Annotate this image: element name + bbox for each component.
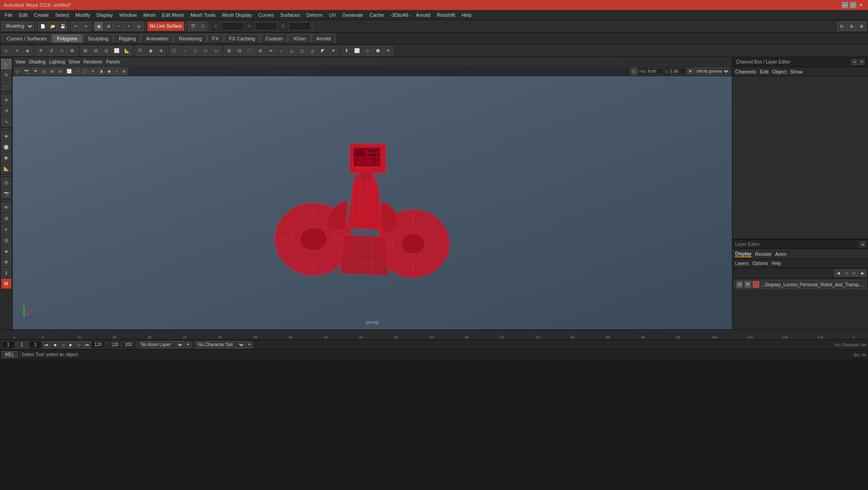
workspace-dropdown[interactable]: Modeling xyxy=(2,22,34,31)
paint-weight-left-btn[interactable]: ⬤ xyxy=(1,142,11,152)
cleanup-btn[interactable]: ✦ xyxy=(328,46,338,56)
move-left-btn[interactable]: ✛ xyxy=(1,95,11,105)
menu-modify[interactable]: Modify xyxy=(73,11,93,19)
extrude-btn[interactable]: ⬆ xyxy=(341,46,351,56)
layout-btn3[interactable]: ⊠ xyxy=(857,22,866,31)
char-set-expand-btn[interactable]: ▼ xyxy=(246,342,253,348)
snap-view-icon-btn[interactable]: ⊟ xyxy=(91,46,101,56)
step-fwd-btn[interactable]: ▷ xyxy=(75,341,83,348)
tab-arnold[interactable]: Arnold xyxy=(312,34,336,43)
layer-last-btn[interactable]: ▶ xyxy=(859,270,866,277)
menu-mesh[interactable]: Mesh xyxy=(141,11,158,19)
coord-z-input[interactable] xyxy=(288,22,311,30)
vp-menu-view[interactable]: View xyxy=(15,59,25,64)
vp-grid-btn[interactable]: ⊟ xyxy=(57,68,64,75)
paint-select-btn[interactable]: ◈ xyxy=(23,46,33,56)
tab-polygons[interactable]: Polygons xyxy=(52,34,82,43)
range-start-input[interactable] xyxy=(29,341,42,348)
anim-layer-expand-btn[interactable]: ▼ xyxy=(185,342,191,348)
measure-icon-btn[interactable]: 📐 xyxy=(122,46,132,56)
vp-smooth-btn[interactable]: ○ xyxy=(74,68,80,75)
boolean-btn[interactable]: ⊕ xyxy=(255,46,265,56)
tab-curves-surfaces[interactable]: Curves / Surfaces xyxy=(2,34,51,43)
menu-edit[interactable]: Edit xyxy=(16,11,30,19)
layer-prev-btn[interactable]: ◁ xyxy=(843,270,850,277)
vp-dof-btn[interactable]: ⊕ xyxy=(121,68,128,75)
snap-grid-icon-btn[interactable]: ⊞ xyxy=(80,46,90,56)
fill-hole-btn[interactable]: ◬ xyxy=(307,46,317,56)
snap-point-btn[interactable]: + xyxy=(124,22,133,31)
vp-menu-show[interactable]: Show xyxy=(68,59,80,64)
menu-3dtoall[interactable]: -3DtoAll- xyxy=(388,11,413,19)
vp-select-btn[interactable]: ▷ xyxy=(15,68,21,75)
no-live-surface-label[interactable]: No Live Surface xyxy=(147,22,184,31)
menu-edit-mesh[interactable]: Edit Mesh xyxy=(159,11,187,19)
vp-menu-shading[interactable]: Shading xyxy=(29,59,46,64)
layout-btn2[interactable]: ⊞ xyxy=(847,22,856,31)
triangulate-btn[interactable]: △ xyxy=(287,46,297,56)
vp-lighting-btn[interactable]: ☀ xyxy=(89,68,97,75)
layer-next-btn[interactable]: ▷ xyxy=(851,270,858,277)
ltab-display[interactable]: Display xyxy=(735,251,751,257)
combine-btn[interactable]: ⊞ xyxy=(224,46,234,56)
select-mode-btn[interactable]: ▣ xyxy=(94,22,103,31)
menu-file[interactable]: File xyxy=(2,11,15,19)
sub-tab-layers[interactable]: Layers xyxy=(735,261,749,266)
tab-sculpting[interactable]: Sculpting xyxy=(83,34,113,43)
exposure-input[interactable] xyxy=(648,68,664,74)
menu-cache[interactable]: Cache xyxy=(367,11,387,19)
layer-panel-resize-btn[interactable]: ◂ xyxy=(860,241,865,247)
menu-redshift[interactable]: Redshift xyxy=(434,11,458,19)
create-cube-btn[interactable]: □ xyxy=(190,46,200,56)
anim-layer-dropdown[interactable]: No Anim Layer xyxy=(139,341,184,348)
tab-rendering[interactable]: Rendering xyxy=(174,34,207,43)
history-icon-btn[interactable]: ⏱ xyxy=(135,46,145,56)
vp-isolate-btn[interactable]: ◎ xyxy=(40,68,48,75)
menu-mesh-tools[interactable]: Mesh Tools xyxy=(188,11,218,19)
menu-surfaces[interactable]: Surfaces xyxy=(278,11,302,19)
snap-grid-btn[interactable]: ⊞ xyxy=(104,22,113,31)
scale-left-btn[interactable]: ⤡ xyxy=(1,117,11,127)
play-back-btn[interactable]: ◁ xyxy=(59,341,66,348)
coord-y-input[interactable] xyxy=(255,22,278,30)
channel-left-btn[interactable]: ⊟ xyxy=(1,235,11,245)
menu-select[interactable]: Select xyxy=(53,11,72,19)
snap-pt-icon-btn[interactable]: ◎ xyxy=(101,46,111,56)
mirror-btn[interactable]: ⇔ xyxy=(266,46,276,56)
menu-mesh-display[interactable]: Mesh Display xyxy=(219,11,254,19)
info-left-btn[interactable]: ℹ xyxy=(1,268,11,278)
measure-left-btn[interactable]: 📐 xyxy=(1,163,11,173)
menu-generate[interactable]: Generate xyxy=(340,11,366,19)
vp-motion-blur-btn[interactable]: ≈ xyxy=(114,68,120,75)
gamma-toggle[interactable]: ▼ xyxy=(687,68,693,74)
char-set-dropdown[interactable]: No Character Set xyxy=(195,341,245,348)
sub-tab-options[interactable]: Options xyxy=(752,261,768,266)
tab-custom[interactable]: Custom xyxy=(261,34,288,43)
tab-fx[interactable]: FX xyxy=(207,34,224,43)
camera-left-btn[interactable]: 📷 xyxy=(1,188,11,198)
tab-rigging[interactable]: Rigging xyxy=(114,34,141,43)
attr-left-btn[interactable]: ≡ xyxy=(1,224,11,234)
menu-arnold[interactable]: Arnold xyxy=(413,11,433,19)
vp-shadow-btn[interactable]: ◑ xyxy=(98,68,105,75)
menu-uv[interactable]: UV xyxy=(327,11,339,19)
snap-surf-icon-btn[interactable]: ⬜ xyxy=(112,46,122,56)
timeline-ruler[interactable]: 1510152025303540455055606570758085909510… xyxy=(14,330,854,339)
soft-mod-icon-btn[interactable]: ◉ xyxy=(146,46,156,56)
ptab-show[interactable]: Show xyxy=(790,69,803,74)
tab-xgen[interactable]: XGen xyxy=(288,34,311,43)
menu-window[interactable]: Window xyxy=(117,11,140,19)
color-mode-dropdown[interactable]: sRGB gamma xyxy=(694,68,730,75)
create-plane-btn[interactable]: ▭ xyxy=(211,46,221,56)
vp-wireframe-btn[interactable]: ⬜ xyxy=(65,68,73,75)
rotate-tool-btn[interactable]: ↺ xyxy=(46,46,56,56)
create-cylinder-btn[interactable]: ⬭ xyxy=(200,46,210,56)
new-scene-btn[interactable]: 📄 xyxy=(38,22,47,31)
render-region-left-btn[interactable]: ⊡ xyxy=(1,177,11,187)
soft-mod-left-btn[interactable]: ◉ xyxy=(1,152,11,162)
bevel-btn[interactable]: ◇ xyxy=(362,46,372,56)
node-left-btn[interactable]: ◈ xyxy=(1,246,11,256)
create-poly-btn[interactable]: ⬡ xyxy=(169,46,179,56)
universal-manip-btn[interactable]: ⊕ xyxy=(67,46,77,56)
timeline-end-input[interactable] xyxy=(108,341,121,348)
